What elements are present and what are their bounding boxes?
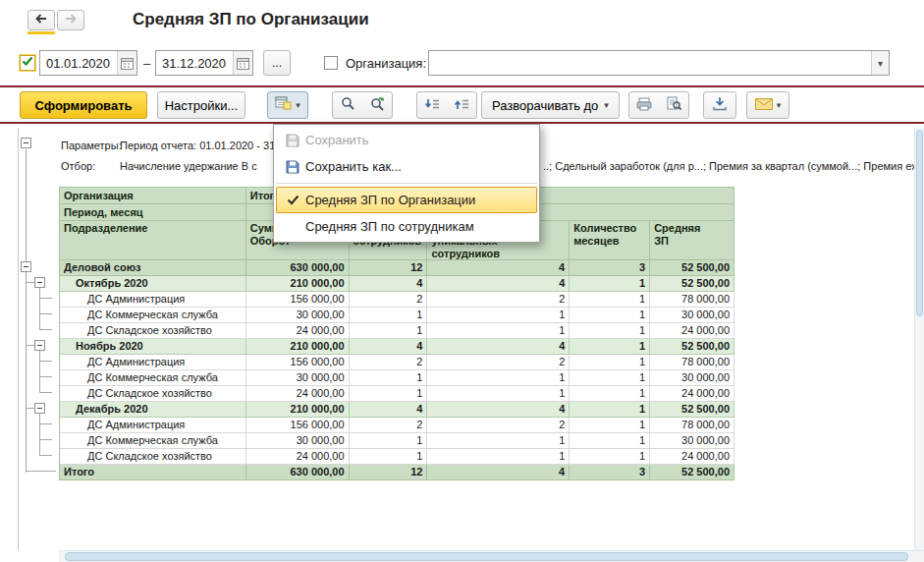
tree-line xyxy=(27,282,34,283)
send-email-button[interactable]: ▾ xyxy=(746,91,789,119)
report-border xyxy=(18,128,19,550)
header-period[interactable]: Период, месяц xyxy=(60,204,246,221)
table-row[interactable]: ДС Складское хозяйство24 000,0011124 000… xyxy=(60,386,734,402)
row-value: 30 000,00 xyxy=(246,308,350,323)
table-row[interactable]: Октябрь 2020210 000,0044152 500,00 xyxy=(60,276,734,292)
period-checkbox[interactable] xyxy=(20,55,35,71)
vertical-scrollbar-thumb[interactable] xyxy=(916,130,923,316)
row-label: ДС Коммерческая служба xyxy=(60,308,246,323)
horizontal-scrollbar[interactable] xyxy=(59,550,924,562)
row-value: 30 000,00 xyxy=(246,433,350,449)
collapse-toggle[interactable] xyxy=(34,403,45,414)
tree-line xyxy=(27,408,34,409)
settings-button[interactable]: Настройки... xyxy=(157,91,245,119)
row-value: 1 xyxy=(570,449,650,465)
page-title: Средняя ЗП по Организации xyxy=(133,10,369,29)
table-row[interactable]: Итого630 000,00124352 500,00 xyxy=(60,465,734,480)
header-organization[interactable]: Организация xyxy=(60,188,246,204)
date-from-field[interactable]: 01.01.2020 xyxy=(39,50,137,76)
save-icon xyxy=(280,134,305,147)
tree-line xyxy=(40,392,52,393)
expand-to-button[interactable]: Разворачивать до ▾ xyxy=(481,91,620,119)
chevron-down-icon: ▾ xyxy=(604,100,609,110)
vertical-scrollbar[interactable] xyxy=(914,128,924,550)
header-month-count[interactable]: Количество месяцев xyxy=(570,221,650,260)
row-value: 1 xyxy=(350,386,428,402)
table-row[interactable]: ДС Администрация156 000,0022178 000,00 xyxy=(60,355,734,370)
back-button[interactable] xyxy=(27,10,55,30)
row-value: 4 xyxy=(427,465,570,480)
tree-line xyxy=(27,471,56,472)
report-variant-icon xyxy=(275,96,292,114)
row-value: 3 xyxy=(570,465,650,480)
save-result-button[interactable] xyxy=(703,91,736,119)
row-value: 12 xyxy=(350,465,428,480)
row-value: 1 xyxy=(570,433,650,449)
table-row[interactable]: ДС Администрация156 000,0022178 000,00 xyxy=(60,292,734,308)
row-value: 52 500,00 xyxy=(650,402,734,418)
menu-item-save[interactable]: Сохранить xyxy=(274,127,539,153)
collapse-toggle[interactable] xyxy=(21,138,31,148)
table-row[interactable]: ДС Коммерческая служба30 000,0011130 000… xyxy=(60,433,734,449)
collapse-toggle[interactable] xyxy=(34,340,45,351)
expand-groups-icon xyxy=(454,97,469,114)
row-value: 156 000,00 xyxy=(246,292,350,308)
row-label: Ноябрь 2020 xyxy=(60,339,246,355)
row-label: Деловой союз xyxy=(60,260,246,276)
row-label: ДС Коммерческая служба xyxy=(60,433,246,449)
table-row[interactable]: Ноябрь 2020210 000,0044152 500,00 xyxy=(60,339,734,355)
header-division[interactable]: Подразделение xyxy=(60,221,246,260)
row-value: 52 500,00 xyxy=(650,465,734,480)
search-next-button[interactable] xyxy=(362,92,392,118)
calendar-icon[interactable] xyxy=(117,51,136,75)
collapse-groups-button[interactable] xyxy=(417,92,447,118)
menu-item-variant-avg-by-org[interactable]: Средняя ЗП по Организации xyxy=(276,187,537,213)
save-icon xyxy=(280,160,305,174)
separator-line xyxy=(0,85,924,87)
report-variants-button[interactable]: ▾ xyxy=(267,91,308,119)
table-row[interactable]: ДС Администрация156 000,0022178 000,00 xyxy=(60,418,734,433)
period-more-button[interactable]: ... xyxy=(263,50,291,76)
row-label: Декабрь 2020 xyxy=(60,402,246,418)
table-row[interactable]: ДС Складское хозяйство24 000,0011124 000… xyxy=(60,323,734,339)
tree-line xyxy=(40,439,52,440)
expand-to-label: Разворачивать до xyxy=(492,98,598,113)
row-value: 1 xyxy=(427,308,570,323)
print-button[interactable] xyxy=(629,92,659,118)
table-row[interactable]: ДС Складское хозяйство24 000,0011124 000… xyxy=(60,449,734,465)
table-row[interactable]: ДС Коммерческая служба30 000,0011130 000… xyxy=(60,370,734,386)
row-value: 1 xyxy=(570,339,650,355)
menu-item-save-as[interactable]: Сохранить как... xyxy=(274,153,539,180)
header-average-salary[interactable]: Средняя ЗП xyxy=(650,221,734,260)
print-preview-button[interactable] xyxy=(659,92,688,118)
row-value: 2 xyxy=(350,418,428,433)
table-row[interactable]: Декабрь 2020210 000,0044152 500,00 xyxy=(60,402,734,418)
tree-line xyxy=(40,313,52,314)
report-variants-menu: СохранитьСохранить как...Средняя ЗП по О… xyxy=(273,124,540,243)
expand-groups-button[interactable] xyxy=(447,92,476,118)
org-checkbox[interactable] xyxy=(324,56,338,70)
checkmark-icon xyxy=(22,56,33,70)
collapse-toggle[interactable] xyxy=(21,261,31,272)
row-value: 3 xyxy=(570,260,650,276)
table-row[interactable]: Деловой союз630 000,00124352 500,00 xyxy=(60,260,734,276)
table-row[interactable]: ДС Коммерческая служба30 000,0011130 000… xyxy=(60,308,734,323)
chevron-down-icon[interactable]: ▾ xyxy=(871,51,889,75)
date-to-field[interactable]: 31.12.2020 xyxy=(155,50,253,76)
calendar-icon[interactable] xyxy=(233,51,252,75)
tree-line xyxy=(40,423,52,424)
row-label: Итого xyxy=(60,465,246,480)
row-value: 630 000,00 xyxy=(246,260,350,276)
search-button[interactable] xyxy=(333,92,362,118)
generate-button[interactable]: Сформировать xyxy=(20,91,147,119)
row-value: 52 500,00 xyxy=(650,260,734,276)
menu-item-variant-avg-by-employee[interactable]: Средняя ЗП по сотрудникам xyxy=(274,213,539,240)
org-combo[interactable]: ▾ xyxy=(428,50,890,76)
collapse-toggle[interactable] xyxy=(34,277,45,288)
row-value: 4 xyxy=(427,276,570,292)
horizontal-scrollbar-thumb[interactable] xyxy=(65,552,908,561)
filter-value: Начисление удержание В с xyxy=(120,160,257,172)
forward-button[interactable] xyxy=(57,10,84,30)
date-range-dash: – xyxy=(143,56,150,71)
row-value: 78 000,00 xyxy=(650,355,734,370)
